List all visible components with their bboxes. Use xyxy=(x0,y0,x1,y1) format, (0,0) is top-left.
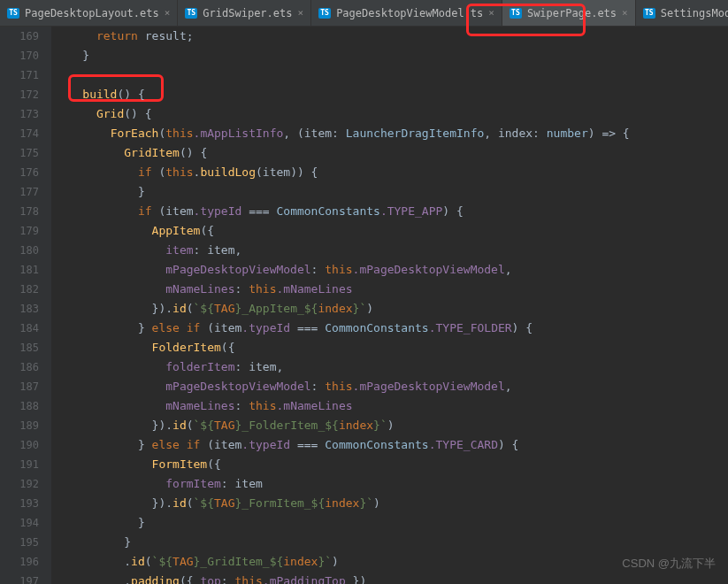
line-number: 182 xyxy=(0,280,39,299)
line-number: 178 xyxy=(0,202,39,221)
line-number: 177 xyxy=(0,182,39,202)
ts-file-icon: TS xyxy=(7,8,19,19)
code-line: } xyxy=(55,46,728,65)
tab-swiperpage[interactable]: TSSwiperPage.ets× xyxy=(502,0,636,26)
code-line: item: item, xyxy=(55,241,728,260)
line-number-gutter: 169 170 171 172 173 174 175 176 177 178 … xyxy=(0,27,51,584)
tab-label: PageDesktopViewModel.ts xyxy=(336,7,483,19)
line-number: 193 xyxy=(0,494,39,513)
line-number: 188 xyxy=(0,396,39,416)
code-area[interactable]: return result; } build() { Grid() { ForE… xyxy=(51,27,728,584)
code-line: FormItem({ xyxy=(55,455,728,474)
line-number: 179 xyxy=(0,221,39,241)
line-number: 181 xyxy=(0,260,39,280)
code-line: build() { xyxy=(55,85,728,104)
code-line: } xyxy=(55,513,728,533)
line-number: 174 xyxy=(0,124,39,143)
code-line: } else if (item.typeId === CommonConstan… xyxy=(55,435,728,455)
line-number: 192 xyxy=(0,474,39,494)
ts-file-icon: TS xyxy=(510,8,522,19)
tab-settingsmodel[interactable]: TSSettingsModel.ts× xyxy=(636,0,728,26)
line-number: 187 xyxy=(0,377,39,396)
code-line: if (this.buildLog(item)) { xyxy=(55,163,728,182)
tab-gridswiper[interactable]: TSGridSwiper.ets× xyxy=(178,0,311,26)
code-line: .padding({ top: this.mPaddingTop }) xyxy=(55,572,728,584)
tab-pagedesktoplayout[interactable]: TSPageDesktopLayout.ets× xyxy=(0,0,178,26)
code-line: return result; xyxy=(55,27,728,46)
editor-tabbar: TSPageDesktopLayout.ets× TSGridSwiper.et… xyxy=(0,0,728,27)
tab-label: GridSwiper.ets xyxy=(203,7,292,19)
code-line xyxy=(55,65,728,85)
code-editor[interactable]: 169 170 171 172 173 174 175 176 177 178 … xyxy=(0,27,728,584)
code-line: }).id(`${TAG}_FormItem_${index}`) xyxy=(55,494,728,513)
code-line: ForEach(this.mAppListInfo, (item: Launch… xyxy=(55,124,728,143)
code-line: } xyxy=(55,533,728,552)
line-number: 172 xyxy=(0,85,39,104)
line-number: 196 xyxy=(0,552,39,572)
line-number: 189 xyxy=(0,416,39,435)
ts-file-icon: TS xyxy=(643,8,655,19)
code-line: folderItem: item, xyxy=(55,357,728,377)
line-number: 195 xyxy=(0,533,39,552)
tab-label: PageDesktopLayout.ets xyxy=(25,7,159,19)
code-line: Grid() { xyxy=(55,104,728,124)
line-number: 180 xyxy=(0,241,39,260)
code-line: mPageDesktopViewModel: this.mPageDesktop… xyxy=(55,260,728,280)
code-line: } else if (item.typeId === CommonConstan… xyxy=(55,319,728,338)
tab-label: SwiperPage.ets xyxy=(527,7,617,19)
code-line: mNameLines: this.mNameLines xyxy=(55,280,728,299)
code-line: GridItem() { xyxy=(55,143,728,163)
ts-file-icon: TS xyxy=(185,8,197,19)
code-line: if (item.typeId === CommonConstants.TYPE… xyxy=(55,202,728,221)
code-line: }).id(`${TAG}_FolderItem_${index}`) xyxy=(55,416,728,435)
line-number: 183 xyxy=(0,299,39,319)
line-number: 176 xyxy=(0,163,39,182)
code-line: FolderItem({ xyxy=(55,338,728,357)
line-number: 185 xyxy=(0,338,39,357)
line-number: 171 xyxy=(0,65,39,85)
line-number: 169 xyxy=(0,27,39,46)
code-line: }).id(`${TAG}_AppItem_${index}`) xyxy=(55,299,728,319)
code-line: mPageDesktopViewModel: this.mPageDesktop… xyxy=(55,377,728,396)
close-icon[interactable]: × xyxy=(298,7,304,19)
code-line: formItem: item xyxy=(55,474,728,494)
line-number: 194 xyxy=(0,513,39,533)
code-line: .id(`${TAG}_GridItem_${index}`) xyxy=(55,552,728,572)
line-number: 175 xyxy=(0,143,39,163)
line-number: 184 xyxy=(0,319,39,338)
line-number: 173 xyxy=(0,104,39,124)
ts-file-icon: TS xyxy=(318,8,331,19)
line-number: 191 xyxy=(0,455,39,474)
close-icon[interactable]: × xyxy=(622,7,628,19)
line-number: 197 xyxy=(0,572,39,584)
close-icon[interactable]: × xyxy=(488,7,494,19)
code-line: AppItem({ xyxy=(55,221,728,241)
tab-label: SettingsModel.ts xyxy=(661,7,728,19)
close-icon[interactable]: × xyxy=(165,7,171,19)
line-number: 170 xyxy=(0,46,39,65)
code-line: } xyxy=(55,182,728,202)
line-number: 186 xyxy=(0,357,39,377)
line-number: 190 xyxy=(0,435,39,455)
tab-pagedesktopviewmodel[interactable]: TSPageDesktopViewModel.ts× xyxy=(311,0,502,26)
code-line: mNameLines: this.mNameLines xyxy=(55,396,728,416)
